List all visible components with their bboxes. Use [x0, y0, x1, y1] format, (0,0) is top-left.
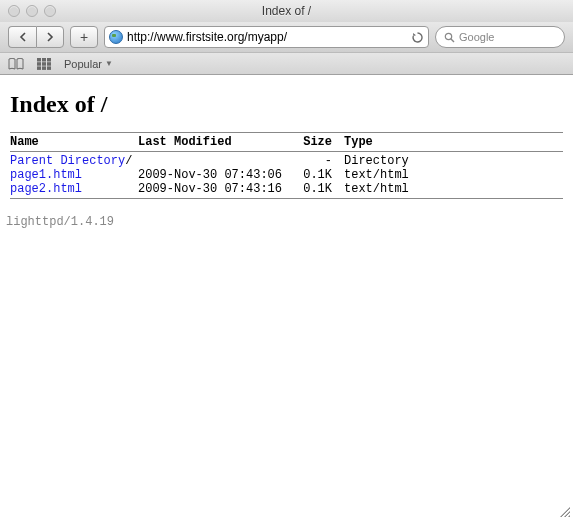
- page-content: Index of / NameLast ModifiedSizeTypePare…: [0, 75, 573, 239]
- listing-row: Parent Directory/-Directory: [10, 154, 563, 168]
- minimize-window-button[interactable]: [26, 5, 38, 17]
- chevron-down-icon: ▼: [105, 59, 113, 68]
- bookmarks-bar: Popular ▼: [0, 52, 573, 74]
- search-bar[interactable]: Google: [435, 26, 565, 48]
- col-header-name: Name: [10, 135, 138, 149]
- svg-rect-9: [42, 66, 46, 70]
- listing-type: text/html: [344, 182, 409, 196]
- svg-line-1: [451, 39, 454, 42]
- close-window-button[interactable]: [8, 5, 20, 17]
- page-title: Index of /: [10, 91, 563, 118]
- listing-link[interactable]: Parent Directory: [10, 154, 125, 168]
- directory-listing: NameLast ModifiedSizeTypeParent Director…: [10, 132, 563, 199]
- top-sites-icon[interactable]: [36, 57, 52, 71]
- back-button[interactable]: [8, 26, 36, 48]
- svg-rect-8: [37, 66, 41, 70]
- server-signature: lighttpd/1.4.19: [6, 215, 563, 229]
- window-title: Index of /: [0, 4, 573, 18]
- svg-rect-10: [47, 66, 51, 70]
- site-favicon-icon: [109, 30, 123, 44]
- listing-modified: 2009-Nov-30 07:43:16: [138, 182, 288, 196]
- forward-button[interactable]: [36, 26, 64, 48]
- listing-type: Directory: [344, 154, 409, 168]
- search-icon: [444, 32, 455, 43]
- listing-row: page2.html2009-Nov-30 07:43:160.1Ktext/h…: [10, 182, 563, 196]
- listing-type: text/html: [344, 168, 409, 182]
- reload-button[interactable]: [410, 30, 424, 44]
- reading-list-icon[interactable]: [8, 57, 24, 71]
- search-placeholder: Google: [459, 31, 556, 43]
- listing-modified: 2009-Nov-30 07:43:06: [138, 168, 288, 182]
- listing-size: 0.1K: [288, 168, 332, 182]
- svg-rect-7: [47, 62, 51, 65]
- svg-line-16: [569, 516, 570, 517]
- url-input[interactable]: [127, 30, 406, 44]
- svg-rect-5: [37, 62, 41, 65]
- svg-rect-4: [47, 58, 51, 62]
- col-header-modified: Last Modified: [138, 135, 288, 149]
- zoom-window-button[interactable]: [44, 5, 56, 17]
- address-bar[interactable]: [104, 26, 429, 48]
- popular-menu[interactable]: Popular ▼: [64, 58, 113, 70]
- listing-link[interactable]: page1.html: [10, 168, 82, 182]
- popular-label: Popular: [64, 58, 102, 70]
- col-header-type: Type: [344, 135, 373, 149]
- listing-size: -: [288, 154, 332, 168]
- add-bookmark-button[interactable]: +: [70, 26, 98, 48]
- window-titlebar: Index of /: [0, 0, 573, 22]
- resize-grip[interactable]: [557, 504, 571, 518]
- listing-row: page1.html2009-Nov-30 07:43:060.1Ktext/h…: [10, 168, 563, 182]
- browser-toolbar: + Google: [0, 22, 573, 52]
- svg-rect-6: [42, 62, 46, 65]
- listing-size: 0.1K: [288, 182, 332, 196]
- svg-rect-2: [37, 58, 41, 62]
- svg-rect-3: [42, 58, 46, 62]
- col-header-size: Size: [288, 135, 332, 149]
- svg-point-0: [445, 33, 451, 39]
- listing-link[interactable]: page2.html: [10, 182, 82, 196]
